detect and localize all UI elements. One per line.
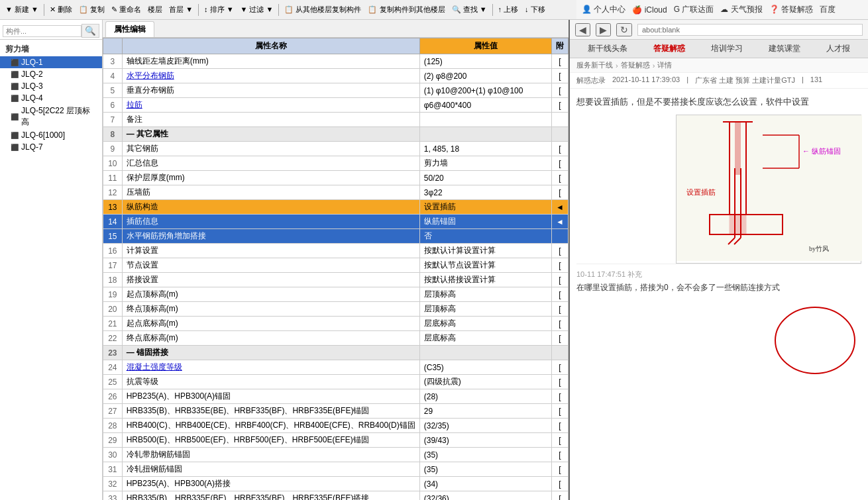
property-value[interactable]: (2) φ8@200 bbox=[419, 69, 551, 83]
table-row[interactable]: 18搭接设置按默认搭接设置计算[ bbox=[103, 273, 569, 287]
table-row[interactable]: 4水平分布钢筋(2) φ8@200[ bbox=[103, 69, 569, 83]
property-value[interactable]: 层顶标高 bbox=[419, 287, 551, 302]
table-row[interactable]: 16计算设置按默认计算设置计算[ bbox=[103, 244, 569, 258]
table-row[interactable]: 13纵筋构造设置插筋◄ bbox=[103, 200, 569, 215]
table-row[interactable]: 23— 锚固搭接 bbox=[103, 346, 569, 360]
table-row[interactable]: 5垂直分布钢筋(1) φ10@200+(1) φ10@100[ bbox=[103, 83, 569, 98]
property-value[interactable]: (四级抗震) bbox=[419, 375, 551, 389]
table-row[interactable]: 9其它钢筋1, 485, 18[ bbox=[103, 142, 569, 156]
table-row[interactable]: 10汇总信息剪力墙[ bbox=[103, 156, 569, 171]
address-bar[interactable]: about:blank bbox=[637, 24, 863, 36]
rename-button[interactable]: ✎ 重命名 bbox=[109, 4, 144, 15]
property-value[interactable]: 3φ22 bbox=[419, 185, 551, 200]
table-row[interactable]: 27HRB335(B)、HRB335E(BE)、HRBF335(BF)、HRBF… bbox=[103, 404, 569, 419]
property-value[interactable]: 设置插筋 bbox=[419, 200, 551, 215]
move-down-button[interactable]: ↓ 下移 bbox=[522, 4, 548, 15]
table-row[interactable]: 14插筋信息纵筋锚固◄ bbox=[103, 215, 569, 229]
property-value[interactable]: (28) bbox=[419, 389, 551, 404]
property-value[interactable]: (125) bbox=[419, 54, 551, 69]
table-row[interactable]: 21起点底标高(m)层底标高[ bbox=[103, 317, 569, 331]
icloud-link[interactable]: 🍎 iCloud bbox=[632, 5, 667, 15]
table-row[interactable]: 28HRB400(C)、HRB400E(CE)、HRBF400(CF)、HRB4… bbox=[103, 419, 569, 433]
property-value[interactable]: 层底标高 bbox=[419, 317, 551, 331]
table-row[interactable]: 33HRB335(B)、HRB335E(BE)、HRBF335(BF)、HRBF… bbox=[103, 491, 569, 501]
copy-button[interactable]: 📋 复制 bbox=[76, 4, 107, 15]
delete-button[interactable]: ✕ 删除 bbox=[47, 4, 75, 15]
site-link-training[interactable]: 培训学习 bbox=[706, 40, 748, 57]
table-row[interactable]: 32HPB235(A)、HPB300(A)搭接(34)[ bbox=[103, 477, 569, 491]
floor-button[interactable]: 楼层 bbox=[145, 4, 165, 15]
copy-to-floor-button[interactable]: 📋 复制构件到其他楼层 bbox=[365, 4, 447, 15]
copy-from-floor-button[interactable]: 📋 从其他楼层复制构件 bbox=[282, 4, 364, 15]
table-row[interactable]: 22终点底标高(m)层底标高[ bbox=[103, 331, 569, 346]
site-link-headline[interactable]: 新干线头条 bbox=[582, 40, 633, 57]
property-value[interactable]: 29 bbox=[419, 404, 551, 419]
baidu-link[interactable]: 百度 bbox=[820, 4, 836, 15]
property-value[interactable]: 按默认计算设置计算 bbox=[419, 244, 551, 258]
property-value[interactable]: (35) bbox=[419, 462, 551, 477]
refresh-button[interactable]: ↻ bbox=[616, 23, 632, 36]
site-link-building[interactable]: 建筑课堂 bbox=[763, 40, 806, 57]
table-row[interactable]: 20终点顶标高(m)层顶标高[ bbox=[103, 302, 569, 317]
tree-item-jlq1[interactable]: ⬛ JLQ-1 bbox=[0, 56, 102, 68]
table-row[interactable]: 15水平钢筋拐角增加搭接否 bbox=[103, 229, 569, 244]
table-row[interactable]: 11保护层厚度(mm)50/20[ bbox=[103, 171, 569, 185]
breadcrumb-home[interactable]: 服务新干线 bbox=[576, 60, 613, 70]
move-up-button[interactable]: ↑ 上移 bbox=[496, 4, 521, 15]
tree-item-jlq3[interactable]: ⬛ JLQ-3 bbox=[0, 80, 102, 92]
property-value[interactable]: 否 bbox=[419, 229, 551, 244]
property-value[interactable]: 1, 485, 18 bbox=[419, 142, 551, 156]
tree-item-jlq2[interactable]: ⬛ JLQ-2 bbox=[0, 68, 102, 80]
property-value[interactable]: (C35) bbox=[419, 360, 551, 375]
forward-button[interactable]: ▶ bbox=[596, 23, 611, 36]
property-value[interactable]: 层顶标高 bbox=[419, 302, 551, 317]
first-floor-button[interactable]: 首层 ▼ bbox=[166, 4, 195, 15]
search-button[interactable]: 🔍 bbox=[81, 24, 99, 38]
back-button[interactable]: ◀ bbox=[575, 23, 590, 36]
table-row[interactable]: 24混凝土强度等级(C35)[ bbox=[103, 360, 569, 375]
filter-button[interactable]: ▼ 过滤 ▼ bbox=[238, 4, 276, 15]
table-row[interactable]: 29HRB500(E)、HRB500E(EF)、HRBF500(EF)、HRBF… bbox=[103, 433, 569, 448]
personal-center-link[interactable]: 👤 个人中心 bbox=[582, 4, 625, 15]
table-row[interactable]: 19起点顶标高(m)层顶标高[ bbox=[103, 287, 569, 302]
property-value[interactable]: 层底标高 bbox=[419, 331, 551, 346]
weather-link[interactable]: ☁ 天气预报 bbox=[720, 4, 762, 15]
table-row[interactable]: 3轴线距左墙皮距离(mm)(125)[ bbox=[103, 54, 569, 69]
property-value[interactable]: 50/20 bbox=[419, 171, 551, 185]
table-row[interactable]: 30冷轧带肋钢筋锚固(35)[ bbox=[103, 448, 569, 462]
table-row[interactable]: 8— 其它属性 bbox=[103, 127, 569, 142]
property-value[interactable] bbox=[419, 127, 551, 142]
property-value[interactable]: (34) bbox=[419, 477, 551, 491]
find-button[interactable]: 🔍 查找 ▼ bbox=[449, 4, 490, 15]
property-value[interactable]: (1) φ10@200+(1) φ10@100 bbox=[419, 83, 551, 98]
table-row[interactable]: 25抗震等级(四级抗震)[ bbox=[103, 375, 569, 389]
property-value[interactable]: (39/43) bbox=[419, 433, 551, 448]
tree-item-jlq7[interactable]: ⬛ JLQ-7 bbox=[0, 141, 102, 153]
site-link-qa[interactable]: 答疑解惑 bbox=[648, 40, 690, 57]
property-value[interactable]: (35) bbox=[419, 448, 551, 462]
table-row[interactable]: 17节点设置按默认节点设置计算[ bbox=[103, 258, 569, 273]
breadcrumb-qa[interactable]: 答疑解惑 bbox=[621, 60, 650, 70]
table-row[interactable]: 6拉筋φ6@400*400[ bbox=[103, 98, 569, 113]
new-button[interactable]: ▼ 新建 ▼ bbox=[3, 4, 41, 15]
property-value[interactable]: φ6@400*400 bbox=[419, 98, 551, 113]
property-value[interactable]: 纵筋锚固 bbox=[419, 215, 551, 229]
property-value[interactable] bbox=[419, 113, 551, 127]
qa-link[interactable]: ❓ 答疑解惑 bbox=[769, 4, 813, 15]
table-row[interactable]: 12压墙筋3φ22[ bbox=[103, 185, 569, 200]
property-value[interactable]: 按默认节点设置计算 bbox=[419, 258, 551, 273]
tree-item-jlq4[interactable]: ⬛ JLQ-4 bbox=[0, 92, 102, 104]
property-value[interactable]: 剪力墙 bbox=[419, 156, 551, 171]
guanglian-link[interactable]: G 广联达面 bbox=[674, 4, 714, 15]
tree-item-jlq5[interactable]: ⬛ JLQ-5[2C22 层顶标高 bbox=[0, 104, 102, 129]
property-value[interactable]: 按默认搭接设置计算 bbox=[419, 273, 551, 287]
site-link-talent[interactable]: 人才报 bbox=[821, 40, 855, 57]
table-row[interactable]: 26HPB235(A)、HPB300(A)锚固(28)[ bbox=[103, 389, 569, 404]
table-row[interactable]: 31冷轧扭钢筋锚固(35)[ bbox=[103, 462, 569, 477]
property-value[interactable]: (32/36) bbox=[419, 491, 551, 501]
property-edit-tab[interactable]: 属性编辑 bbox=[105, 21, 154, 37]
property-value[interactable] bbox=[419, 346, 551, 360]
search-input[interactable] bbox=[3, 25, 81, 37]
table-row[interactable]: 7备注 bbox=[103, 113, 569, 127]
sort-button[interactable]: ↕ 排序 ▼ bbox=[201, 4, 237, 15]
